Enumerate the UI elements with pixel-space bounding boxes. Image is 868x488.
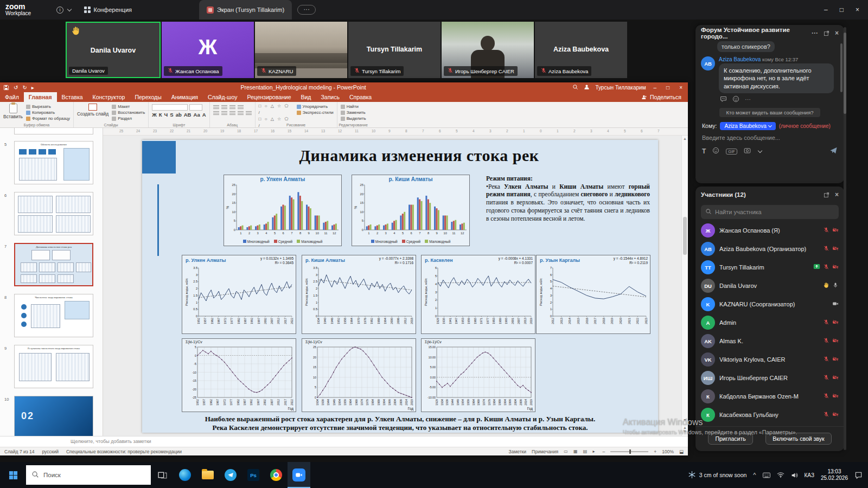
font-name-box[interactable] bbox=[152, 104, 188, 111]
screenshot-icon[interactable] bbox=[744, 146, 751, 156]
columns-icon[interactable] bbox=[246, 111, 252, 116]
message-input[interactable]: Введите здесь сообщение... bbox=[702, 134, 838, 141]
undo-icon[interactable]: ↺ bbox=[14, 85, 18, 91]
thumbnail-slide-9[interactable]: Результаты численного моделирования сток… bbox=[14, 345, 93, 388]
zoom-out-icon[interactable]: – bbox=[603, 449, 605, 454]
reset-button[interactable]: Восстановить bbox=[112, 110, 145, 115]
participant-row[interactable]: ЖЖансая Оспанова (Я) bbox=[695, 221, 844, 240]
participant-search[interactable]: Найти участника bbox=[701, 205, 839, 219]
font-style-button[interactable]: А bbox=[202, 112, 206, 118]
align-left-icon[interactable] bbox=[213, 111, 219, 116]
menu-tab-0[interactable]: Файл bbox=[0, 92, 24, 102]
bullets-icon[interactable] bbox=[213, 105, 219, 110]
align-right-icon[interactable] bbox=[229, 111, 235, 116]
reply-icon[interactable] bbox=[720, 95, 727, 104]
participant-row[interactable]: VKViktoriya Krylova, CAIER bbox=[695, 350, 844, 369]
thumbnail-slide-5[interactable]: Область исследования bbox=[14, 141, 93, 184]
thumbnail-slide-7[interactable]: Динамика изменения стока рек bbox=[14, 243, 93, 286]
language-status[interactable]: русский bbox=[42, 449, 59, 454]
arrange-button[interactable]: Упорядочить bbox=[297, 104, 334, 109]
redo-icon[interactable]: ↻ bbox=[22, 85, 27, 91]
font-buttons[interactable]: ЖКЧSabАВАаА bbox=[152, 112, 206, 118]
slide-canvas[interactable]: Динамика изменения стока рек р. Улкен Ал… bbox=[103, 136, 681, 436]
cut-button[interactable]: Вырезать bbox=[26, 104, 70, 109]
more-tabs-button[interactable]: ··· bbox=[297, 5, 316, 15]
scroll-up-icon[interactable]: ▲ bbox=[682, 137, 688, 140]
line-spacing-icon[interactable] bbox=[238, 105, 244, 110]
font-style-button[interactable]: АВ bbox=[184, 112, 192, 118]
panel-scrollbar[interactable] bbox=[844, 27, 846, 450]
ppt-minimize-button[interactable]: – bbox=[652, 85, 659, 91]
participant-row[interactable]: DUDanila Uvarov bbox=[695, 277, 844, 295]
zoom-level[interactable]: 100% bbox=[662, 449, 674, 454]
font-style-button[interactable]: К bbox=[159, 112, 162, 118]
save-icon[interactable] bbox=[3, 85, 9, 91]
video-tile[interactable]: Danila UvarovDanila Uvarov bbox=[66, 22, 161, 78]
ppt-maximize-button[interactable]: □ bbox=[664, 85, 672, 91]
telegram-icon[interactable] bbox=[219, 462, 242, 488]
thumbnail-slide-10[interactable]: 02 bbox=[14, 396, 93, 436]
quick-styles-button[interactable]: Экспресс-стили bbox=[297, 110, 334, 115]
format-text-icon[interactable]: T bbox=[702, 147, 706, 155]
taskbar-search[interactable]: Поиск bbox=[26, 465, 151, 485]
thumbnail-slide-4-partial[interactable] bbox=[14, 128, 93, 134]
menu-tab-8[interactable]: Вид bbox=[296, 92, 316, 102]
chat-scrollbar[interactable] bbox=[840, 43, 843, 92]
task-view-button[interactable] bbox=[151, 462, 174, 488]
edge-icon[interactable] bbox=[174, 462, 196, 488]
start-slideshow-icon[interactable]: ▸ bbox=[31, 85, 34, 91]
new-slide-button[interactable]: Создать слайд bbox=[77, 103, 108, 122]
menu-tab-6[interactable]: Слайд-шоу bbox=[203, 92, 242, 102]
language-indicator[interactable]: КАЗ bbox=[805, 472, 814, 478]
indent-icon[interactable] bbox=[229, 105, 235, 110]
file-explorer-icon[interactable] bbox=[196, 462, 219, 488]
message-sender[interactable]: Aziza Baubekova bbox=[719, 56, 761, 62]
video-tile[interactable]: Игорь Шенбергер CAIER bbox=[442, 22, 534, 78]
touch-keyboard-icon[interactable] bbox=[763, 472, 770, 478]
ppt-vertical-scrollbar[interactable]: ▲ ▼ ▲▼ bbox=[681, 136, 688, 436]
section-button[interactable]: Раздел bbox=[112, 116, 145, 121]
video-tile[interactable]: KAZNARU bbox=[255, 22, 347, 78]
numbering-icon[interactable] bbox=[221, 105, 227, 110]
menu-tab-1[interactable]: Главная bbox=[24, 92, 57, 102]
menu-tab-5[interactable]: Анимация bbox=[167, 92, 203, 102]
volume-icon[interactable] bbox=[791, 472, 798, 479]
font-style-button[interactable]: Аа bbox=[193, 112, 200, 118]
paste-button[interactable]: Вставить bbox=[3, 103, 23, 122]
participant-row[interactable]: TTTursyn Tillakarim bbox=[695, 258, 844, 277]
chat-more-icon[interactable]: ··· bbox=[812, 29, 818, 37]
video-tile[interactable]: ЖЖансая Оспанова bbox=[162, 22, 254, 78]
scrollbar-thumb[interactable] bbox=[683, 217, 687, 255]
network-icon[interactable] bbox=[777, 472, 784, 478]
weather-widget[interactable]: 3 cm of snow soon bbox=[688, 471, 747, 480]
participant-row[interactable]: KKAZNARU (Соорганизатор) bbox=[695, 295, 844, 313]
add-reaction-icon[interactable] bbox=[732, 95, 739, 104]
notes-toggle[interactable]: Заметки bbox=[509, 449, 527, 454]
accessibility-status[interactable]: Специальные возможности: проверьте реком… bbox=[66, 449, 182, 454]
chat-popout-icon[interactable] bbox=[824, 30, 829, 36]
font-style-button[interactable]: Ч bbox=[164, 112, 168, 118]
thumbnail-slide-8[interactable]: Численное моделирование стока bbox=[14, 294, 93, 337]
maximize-button[interactable]: □ bbox=[840, 6, 844, 14]
visibility-note[interactable]: Кто может видеть ваши сообщения? bbox=[719, 108, 820, 117]
participant-row[interactable]: AKAlmas K. bbox=[695, 332, 844, 350]
thumbnail-slide-6[interactable] bbox=[14, 192, 93, 235]
close-button[interactable]: × bbox=[856, 6, 859, 14]
zoom-taskbar-icon[interactable] bbox=[288, 462, 310, 488]
start-button[interactable] bbox=[0, 462, 26, 488]
participant-row[interactable]: ИШИгорь Шенбергер CAIER bbox=[695, 369, 844, 387]
menu-tab-2[interactable]: Вставка bbox=[57, 92, 88, 102]
layout-button[interactable]: Макет bbox=[112, 104, 145, 109]
message-more-icon[interactable]: ··· bbox=[745, 96, 751, 102]
menu-tab-10[interactable]: Справка bbox=[344, 92, 376, 102]
font-size-box[interactable] bbox=[189, 104, 202, 111]
video-tile[interactable]: Aziza BaubekovaAziza Baubekova bbox=[535, 22, 627, 78]
ppt-close-button[interactable]: × bbox=[677, 85, 685, 91]
chrome-icon[interactable] bbox=[265, 462, 288, 488]
format-painter-button[interactable]: Формат по образцу bbox=[26, 116, 70, 121]
chat-close-icon[interactable]: × bbox=[835, 29, 839, 37]
gif-icon[interactable]: GIF bbox=[726, 149, 737, 155]
slide[interactable]: Динамика изменения стока рек р. Улкен Ал… bbox=[142, 140, 658, 433]
taskbar-clock[interactable]: 13:03 25.02.2026 bbox=[821, 468, 848, 482]
font-style-button[interactable]: Ж bbox=[152, 112, 157, 118]
